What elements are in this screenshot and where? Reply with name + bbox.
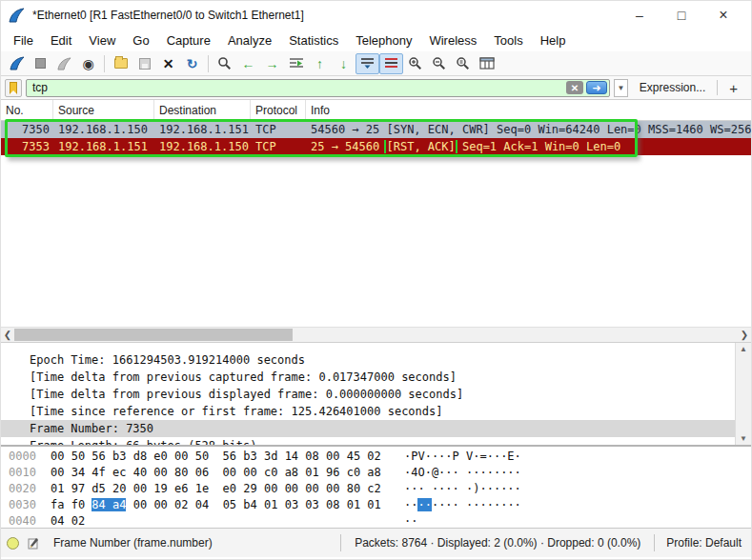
cell-destination: 192.168.1.150	[154, 140, 251, 153]
wireshark-fin-icon	[9, 8, 26, 23]
expert-info-icon[interactable]	[7, 537, 19, 550]
cell-info: 25 → 54560 [RST, ACK] Seq=1 Ack=1 Win=0 …	[306, 140, 751, 153]
expression-button[interactable]: Expression...	[632, 81, 713, 94]
open-file-icon	[114, 58, 128, 69]
cell-info: 54560 → 25 [SYN, ECN, CWR] Seq=0 Win=642…	[306, 123, 751, 136]
menu-help[interactable]: Help	[532, 31, 575, 50]
profile-selector[interactable]: Profile: Default	[662, 536, 745, 550]
scroll-right-arrow[interactable]: ❯	[738, 330, 751, 340]
display-filter-input[interactable]: tcp ✕ ➜	[26, 79, 610, 97]
packet-list-empty-area	[1, 155, 751, 327]
go-back-button[interactable]: ←	[236, 53, 260, 74]
scroll-left-arrow[interactable]: ❮	[1, 330, 14, 340]
details-vertical-scrollbar[interactable]: ▲ ▼	[735, 343, 751, 445]
horizontal-scroll-thumb[interactable]	[14, 329, 293, 341]
menu-go[interactable]: Go	[124, 31, 157, 50]
find-packet-button[interactable]	[213, 53, 236, 74]
detail-frame-length[interactable]: Frame Length: 66 bytes (528 bits)	[1, 437, 735, 445]
column-header-info[interactable]: Info	[306, 100, 751, 120]
capture-comment-icon[interactable]	[27, 536, 40, 550]
detail-time-delta-displayed[interactable]: [Time delta from previous displayed fram…	[1, 386, 735, 403]
info-pre: 25 → 54560	[311, 140, 386, 153]
menu-view[interactable]: View	[80, 31, 124, 50]
go-first-packet-button[interactable]: ↑	[308, 53, 332, 74]
column-header-source[interactable]: Source	[53, 100, 154, 120]
column-header-destination[interactable]: Destination	[154, 100, 251, 120]
menu-analyze[interactable]: Analyze	[219, 31, 280, 50]
go-forward-button[interactable]: →	[260, 53, 284, 74]
add-filter-button[interactable]: +	[722, 80, 747, 96]
restart-capture-button[interactable]	[52, 53, 76, 74]
hex-offset: 0040	[9, 513, 41, 528]
hex-row[interactable]: 0040 04 02 ··	[1, 513, 751, 528]
menu-statistics[interactable]: Statistics	[280, 31, 347, 50]
hex-row[interactable]: 0020 01 97 d5 20 00 19 e6 1e e0 29 00 00…	[1, 481, 751, 497]
packet-details-pane: Epoch Time: 1661294503.919214000 seconds…	[1, 343, 751, 447]
capture-options-button[interactable]: ◉	[76, 53, 100, 74]
scroll-down-arrow[interactable]: ▼	[740, 434, 747, 443]
detail-time-delta-captured[interactable]: [Time delta from previous captured frame…	[1, 369, 735, 386]
horizontal-scrollbar[interactable]: ❮ ❯	[1, 327, 751, 343]
go-to-packet-icon	[289, 57, 304, 70]
minimize-button[interactable]: –	[633, 8, 646, 23]
packet-stats: Packets: 8764 · Displayed: 2 (0.0%) · Dr…	[349, 536, 646, 550]
start-capture-button[interactable]	[5, 53, 29, 74]
hex-row[interactable]: 0000 00 50 56 b3 d8 e0 00 50 56 b3 3d 14…	[1, 449, 751, 465]
menu-file[interactable]: File	[5, 31, 42, 50]
open-file-button[interactable]	[109, 53, 132, 74]
stop-capture-button[interactable]	[29, 53, 52, 74]
packet-list-header: No. Source Destination Protocol Info	[1, 100, 751, 121]
menu-telephony[interactable]: Telephony	[347, 31, 420, 50]
hex-row-with-selection[interactable]: 0030 fa f0 84 a4 00 00 02 04 05 b4 01 03…	[1, 497, 751, 513]
cell-source: 192.168.1.151	[53, 140, 154, 153]
packet-row-7350[interactable]: 7350 192.168.1.150 192.168.1.151 TCP 545…	[1, 121, 751, 138]
reload-icon: ↻	[187, 57, 198, 70]
info-post: Seq=1 Ack=1 Win=0 Len=0	[456, 140, 620, 153]
menu-capture[interactable]: Capture	[158, 31, 219, 50]
detail-epoch-time[interactable]: Epoch Time: 1661294503.919214000 seconds	[1, 351, 735, 369]
hex-dump-pane: 0000 00 50 56 b3 d8 e0 00 50 56 b3 3d 14…	[1, 447, 751, 528]
scroll-up-arrow[interactable]: ▲	[740, 345, 747, 353]
filter-clear-button[interactable]: ✕	[566, 81, 583, 94]
colorize-icon	[384, 57, 398, 70]
selected-ascii: ··	[417, 498, 431, 511]
cell-no: 7353	[1, 140, 53, 153]
capture-options-icon: ◉	[82, 57, 93, 70]
zoom-out-button[interactable]	[427, 53, 451, 74]
status-bar: Frame Number (frame.number) Packets: 876…	[1, 528, 751, 557]
reload-button[interactable]: ↻	[180, 53, 204, 74]
column-header-no[interactable]: No.	[1, 100, 53, 120]
wireshark-window: *Ethernet0 [R1 FastEthernet0/0 to Switch…	[0, 0, 752, 560]
cell-source: 192.168.1.150	[53, 123, 154, 136]
cell-protocol: TCP	[251, 123, 306, 136]
packet-row-7353-selected[interactable]: 7353 192.168.1.151 192.168.1.150 TCP 25 …	[1, 138, 751, 155]
filter-value[interactable]: tcp	[32, 81, 563, 94]
menu-edit[interactable]: Edit	[42, 31, 80, 50]
menu-bar: File Edit View Go Capture Analyze Statis…	[1, 30, 751, 51]
close-button[interactable]: ×	[717, 7, 730, 24]
menu-tools[interactable]: Tools	[485, 31, 531, 50]
go-to-packet-button[interactable]	[284, 53, 308, 74]
column-header-protocol[interactable]: Protocol	[251, 100, 306, 120]
selected-bytes: 84 a4	[91, 498, 126, 511]
filter-apply-button[interactable]: ➜	[586, 81, 607, 94]
menu-wireless[interactable]: Wireless	[420, 31, 485, 50]
colorize-button[interactable]	[379, 53, 403, 74]
filter-bookmark-button[interactable]	[5, 79, 22, 97]
zoom-out-icon	[432, 56, 446, 70]
bookmark-icon	[10, 82, 17, 94]
zoom-reset-button[interactable]	[451, 53, 475, 74]
detail-time-since-reference[interactable]: [Time since reference or first frame: 12…	[1, 403, 735, 420]
rst-ack-annotation-box: [RST, ACK]	[386, 140, 455, 153]
zoom-in-button[interactable]	[403, 53, 427, 74]
filter-bar: tcp ✕ ➜ ▼ Expression... +	[1, 76, 751, 100]
close-capture-button[interactable]: ✕	[156, 53, 180, 74]
resize-columns-button[interactable]	[475, 53, 498, 74]
filter-history-dropdown[interactable]: ▼	[614, 79, 628, 97]
detail-frame-number-selected[interactable]: Frame Number: 7350	[1, 420, 735, 437]
save-file-button[interactable]	[132, 53, 156, 74]
go-last-packet-button[interactable]: ↓	[332, 53, 356, 74]
hex-row[interactable]: 0010 00 34 4f ec 40 00 80 06 00 00 c0 a8…	[1, 465, 751, 481]
maximize-button[interactable]: □	[675, 8, 688, 23]
auto-scroll-button[interactable]	[356, 53, 379, 74]
